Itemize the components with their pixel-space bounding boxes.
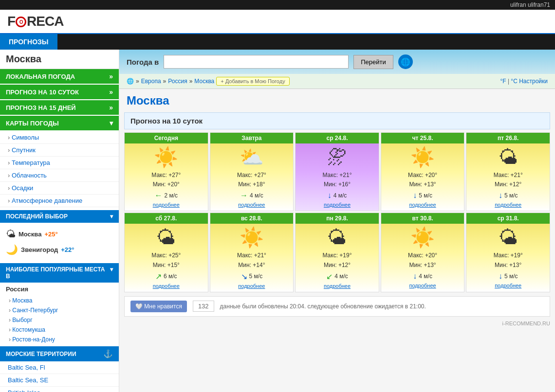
detail-link-sun[interactable]: подробнее bbox=[212, 283, 292, 289]
detail-link-today[interactable]: подробнее bbox=[127, 202, 206, 208]
wind-thu: ↓ 5 м/с bbox=[383, 191, 462, 200]
wind-arrow-wed2: ↓ bbox=[499, 272, 502, 281]
search-input[interactable] bbox=[164, 55, 349, 69]
forecast-card-mon: пн 29.8. 🌤 Макс: +19° Мин: +12° ↙ 4 м/с … bbox=[295, 213, 379, 292]
like-button[interactable]: 🤍 Мне нравится bbox=[130, 301, 187, 312]
temp-fri: Макс: +21° Мин: +12° bbox=[468, 171, 548, 189]
last-city-moscow[interactable]: 🌤 Москва +25° bbox=[6, 227, 113, 242]
sidebar-baltic-fi[interactable]: Baltic Sea, Fl bbox=[0, 361, 119, 374]
forecast-card-sun: вс 28.8. ☀️ Макс: +21° Мин: +14° ↘ 5 м/с… bbox=[210, 213, 294, 292]
content: Погода в Перейти 🌐 🌐 » Европа » Россия »… bbox=[119, 50, 555, 392]
breadcrumb-moscow[interactable]: Москва bbox=[194, 78, 214, 85]
detail-link-sat[interactable]: подробнее bbox=[127, 283, 206, 289]
search-header: Погода в Перейти 🌐 bbox=[119, 50, 555, 74]
detail-link-tue[interactable]: подробнее bbox=[383, 283, 462, 288]
detail-link-wed2[interactable]: подробнее bbox=[468, 283, 548, 288]
zvenigorod-weather-icon: 🌙 bbox=[6, 244, 18, 255]
update-text: данные были обновлены 20:04. следующее о… bbox=[220, 303, 426, 310]
day-header-fri[interactable]: пт 26.8. bbox=[466, 133, 550, 143]
detail-link-fri[interactable]: подробнее bbox=[468, 202, 548, 208]
globe-button[interactable]: 🌐 bbox=[398, 54, 413, 69]
temp-wed: Макс: +21° Мин: +16° bbox=[297, 171, 377, 189]
detail-link-wed[interactable]: подробнее bbox=[297, 202, 377, 208]
forecast-row-1: Сегодня ☀️ Макс: +27° Мин: +20° ← 2 м/с … bbox=[124, 132, 550, 211]
forecast-card-wed: ср 24.8. ⛈ Макс: +21° Мин: +16° ↓ 4 м/с … bbox=[295, 132, 379, 211]
wind-arrow-thu: ↓ bbox=[413, 191, 417, 200]
sidebar-sub-precip[interactable]: Осадки bbox=[0, 182, 119, 195]
wind-tue: ↓ 4 м/с bbox=[383, 272, 462, 281]
weather-icon-today: ☀️ bbox=[127, 147, 206, 167]
settings-link[interactable]: Настройки bbox=[519, 78, 548, 85]
sidebar-sub-satellite[interactable]: Спутник bbox=[0, 144, 119, 157]
sidebar-sub-symbols[interactable]: Символы bbox=[0, 131, 119, 144]
sidebar-last-choice-section[interactable]: ПОСЛЕДНИЙ ВЫБОР bbox=[0, 210, 119, 223]
temp-tomorrow: Макс: +27° Мин: +18° bbox=[212, 171, 292, 189]
sidebar-sub-temperature[interactable]: Температура bbox=[0, 157, 119, 169]
wind-arrow-tomorrow: → bbox=[240, 191, 248, 200]
sidebar-sub-pressure[interactable]: Атмосферное давление bbox=[0, 195, 119, 207]
sidebar-popular-section[interactable]: НАИБОЛЕЕ ПОПУЛЯРНЫЕ МЕСТА В bbox=[0, 263, 119, 283]
breadcrumb-sep: » bbox=[136, 78, 139, 85]
wind-arrow-sun: ↘ bbox=[241, 272, 247, 281]
forecast-section: Прогноз на 10 суток Сегодня ☀️ Макс: +27… bbox=[124, 112, 550, 292]
sidebar-last-choice: 🌤 Москва +25° 🌙 Звенигород +22° bbox=[0, 223, 119, 261]
detail-link-mon[interactable]: подробнее bbox=[297, 283, 377, 289]
go-button[interactable]: Перейти bbox=[353, 55, 393, 69]
day-header-tomorrow[interactable]: Завтра bbox=[210, 133, 294, 143]
temp-mon: Макс: +19° Мин: +12° bbox=[297, 251, 377, 269]
day-header-tue[interactable]: вт 30.8. bbox=[381, 213, 464, 224]
temp-sat: Макс: +25° Мин: +15° bbox=[127, 251, 206, 269]
sidebar-russia-label: Россия bbox=[0, 283, 119, 296]
sidebar-city: Москва bbox=[0, 50, 119, 69]
sidebar: Москва ЛОКАЛЬНАЯ ПОГОДА ПРОГНОЗ НА 10 СУ… bbox=[0, 50, 119, 392]
day-header-today[interactable]: Сегодня bbox=[125, 133, 208, 143]
wind-arrow-fri: ↓ bbox=[499, 191, 502, 200]
detail-link-thu[interactable]: подробнее bbox=[383, 202, 462, 208]
sidebar-spb[interactable]: Санкт-Петербург bbox=[0, 305, 119, 315]
sidebar-rostov[interactable]: Ростов-на-Дону bbox=[0, 335, 119, 344]
fahrenheit-link[interactable]: °F bbox=[500, 78, 506, 85]
weather-icon-tomorrow: ⛅ bbox=[212, 147, 292, 167]
sidebar-vyborg[interactable]: Выборг bbox=[0, 315, 119, 325]
breadcrumb-russia[interactable]: Россия bbox=[168, 78, 187, 85]
moscow-weather-icon: 🌤 bbox=[6, 229, 16, 240]
wind-sat: ↗ 6 м/с bbox=[127, 272, 206, 281]
username: ulifran ulifran71 bbox=[510, 1, 550, 8]
forecast-card-thu: чт 25.8. ☀️ Макс: +20° Мин: +13° ↓ 5 м/с… bbox=[381, 132, 465, 211]
sidebar-moscow[interactable]: Москва bbox=[0, 296, 119, 305]
sidebar-15day[interactable]: ПРОГНОЗ НА 15 ДНЕЙ bbox=[0, 100, 119, 115]
day-header-wed2[interactable]: ср 31.8. bbox=[466, 213, 550, 224]
wind-arrow-tue: ↓ bbox=[413, 272, 417, 281]
add-to-my-weather-btn[interactable]: + Добавить в Мою Погоду bbox=[216, 77, 289, 86]
weather-icon-sat: 🌤 bbox=[127, 228, 206, 247]
temp-wed2: Макс: +19° Мин: +13° bbox=[468, 251, 548, 269]
sidebar-kostomuksha[interactable]: Костомукша bbox=[0, 325, 119, 335]
sidebar-sub-clouds[interactable]: Облачность bbox=[0, 169, 119, 182]
wind-mon: ↙ 4 м/с bbox=[297, 272, 377, 281]
last-city-zvenigorod[interactable]: 🌙 Звенигород +22° bbox=[6, 242, 113, 257]
detail-link-tomorrow[interactable]: подробнее bbox=[212, 202, 292, 208]
breadcrumb-europe[interactable]: Европа bbox=[141, 78, 161, 85]
day-header-thu[interactable]: чт 25.8. bbox=[381, 133, 464, 143]
forecast-card-wed2: ср 31.8. 🌤 Макс: +19° Мин: +13° ↓ 5 м/с … bbox=[466, 213, 550, 292]
celsius-link[interactable]: °C bbox=[511, 78, 517, 85]
day-header-sun[interactable]: вс 28.8. bbox=[210, 213, 294, 224]
sidebar-marine-section[interactable]: МОРСКИЕ ТЕРРИТОРИИ ⚓ bbox=[0, 346, 119, 361]
search-label: Погода в bbox=[127, 58, 159, 66]
day-header-wed[interactable]: ср 24.8. bbox=[296, 133, 379, 143]
day-header-sat[interactable]: сб 27.8. bbox=[125, 213, 208, 224]
weather-icon-thu: ☀️ bbox=[383, 147, 462, 167]
day-header-mon[interactable]: пн 29.8. bbox=[296, 213, 379, 224]
sidebar-local-weather[interactable]: ЛОКАЛЬНАЯ ПОГОДА bbox=[0, 69, 119, 84]
sidebar-maps[interactable]: КАРТЫ ПОГОДЫ bbox=[0, 116, 119, 130]
sidebar-10day[interactable]: ПРОГНОЗ НА 10 СУТОК bbox=[0, 85, 119, 99]
sidebar-british-isles[interactable]: British Isles bbox=[0, 387, 119, 392]
forecast-nav-btn[interactable]: ПРОГНОЗЫ bbox=[0, 34, 57, 50]
temp-tue: Макс: +20° Мин: +13° bbox=[383, 251, 462, 269]
watermark: i-RECOMMEND.RU bbox=[119, 321, 555, 329]
like-count: 132 bbox=[193, 301, 214, 312]
breadcrumb-left: 🌐 » Европа » Россия » Москва + Добавить … bbox=[127, 77, 290, 86]
wind-fri: ↓ 5 м/с bbox=[468, 191, 548, 200]
forecast-card-fri: пт 26.8. 🌤 Макс: +21° Мин: +12° ↓ 5 м/с … bbox=[466, 132, 550, 211]
sidebar-baltic-se[interactable]: Baltic Sea, SE bbox=[0, 374, 119, 387]
